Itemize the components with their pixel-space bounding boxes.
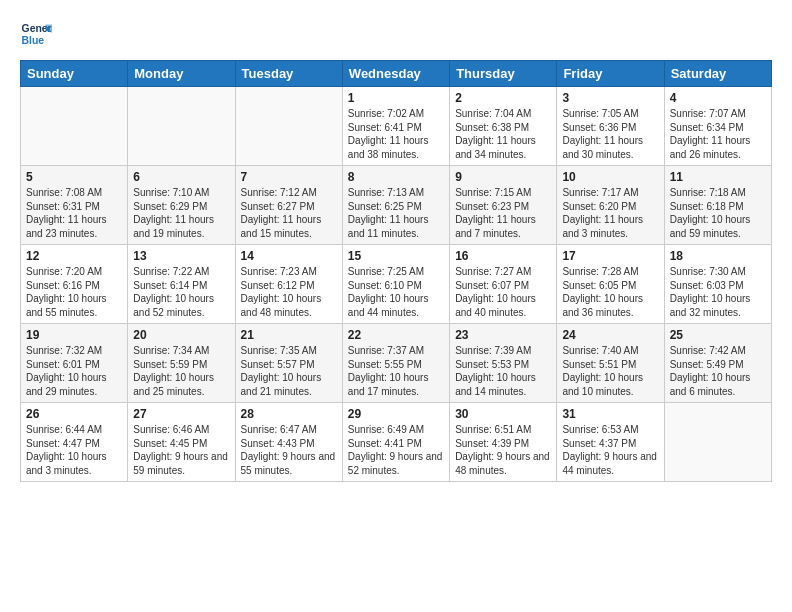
- day-number: 18: [670, 249, 766, 263]
- cal-cell: [21, 87, 128, 166]
- day-number: 16: [455, 249, 551, 263]
- weekday-saturday: Saturday: [664, 61, 771, 87]
- day-number: 28: [241, 407, 337, 421]
- day-number: 29: [348, 407, 444, 421]
- cell-details: Sunrise: 7:27 AMSunset: 6:07 PMDaylight:…: [455, 265, 551, 319]
- cal-cell: 23Sunrise: 7:39 AMSunset: 5:53 PMDayligh…: [450, 324, 557, 403]
- cal-cell: 14Sunrise: 7:23 AMSunset: 6:12 PMDayligh…: [235, 245, 342, 324]
- cell-details: Sunrise: 7:25 AMSunset: 6:10 PMDaylight:…: [348, 265, 444, 319]
- week-row-2: 5Sunrise: 7:08 AMSunset: 6:31 PMDaylight…: [21, 166, 772, 245]
- cell-details: Sunrise: 7:22 AMSunset: 6:14 PMDaylight:…: [133, 265, 229, 319]
- cell-details: Sunrise: 6:51 AMSunset: 4:39 PMDaylight:…: [455, 423, 551, 477]
- day-number: 14: [241, 249, 337, 263]
- week-row-1: 1Sunrise: 7:02 AMSunset: 6:41 PMDaylight…: [21, 87, 772, 166]
- day-number: 4: [670, 91, 766, 105]
- cell-details: Sunrise: 7:08 AMSunset: 6:31 PMDaylight:…: [26, 186, 122, 240]
- day-number: 3: [562, 91, 658, 105]
- cell-details: Sunrise: 7:34 AMSunset: 5:59 PMDaylight:…: [133, 344, 229, 398]
- cell-details: Sunrise: 7:07 AMSunset: 6:34 PMDaylight:…: [670, 107, 766, 161]
- day-number: 5: [26, 170, 122, 184]
- cell-details: Sunrise: 6:46 AMSunset: 4:45 PMDaylight:…: [133, 423, 229, 477]
- cell-details: Sunrise: 6:49 AMSunset: 4:41 PMDaylight:…: [348, 423, 444, 477]
- week-row-4: 19Sunrise: 7:32 AMSunset: 6:01 PMDayligh…: [21, 324, 772, 403]
- cell-details: Sunrise: 7:40 AMSunset: 5:51 PMDaylight:…: [562, 344, 658, 398]
- cell-details: Sunrise: 7:32 AMSunset: 6:01 PMDaylight:…: [26, 344, 122, 398]
- cal-cell: 6Sunrise: 7:10 AMSunset: 6:29 PMDaylight…: [128, 166, 235, 245]
- cal-cell: 11Sunrise: 7:18 AMSunset: 6:18 PMDayligh…: [664, 166, 771, 245]
- logo-icon: General Blue: [20, 18, 52, 50]
- day-number: 2: [455, 91, 551, 105]
- cal-cell: 9Sunrise: 7:15 AMSunset: 6:23 PMDaylight…: [450, 166, 557, 245]
- cal-cell: 28Sunrise: 6:47 AMSunset: 4:43 PMDayligh…: [235, 403, 342, 482]
- cal-cell: [128, 87, 235, 166]
- weekday-wednesday: Wednesday: [342, 61, 449, 87]
- cal-cell: 2Sunrise: 7:04 AMSunset: 6:38 PMDaylight…: [450, 87, 557, 166]
- cal-cell: 4Sunrise: 7:07 AMSunset: 6:34 PMDaylight…: [664, 87, 771, 166]
- cal-cell: 26Sunrise: 6:44 AMSunset: 4:47 PMDayligh…: [21, 403, 128, 482]
- day-number: 17: [562, 249, 658, 263]
- cell-details: Sunrise: 7:30 AMSunset: 6:03 PMDaylight:…: [670, 265, 766, 319]
- cal-cell: 5Sunrise: 7:08 AMSunset: 6:31 PMDaylight…: [21, 166, 128, 245]
- day-number: 22: [348, 328, 444, 342]
- cell-details: Sunrise: 6:47 AMSunset: 4:43 PMDaylight:…: [241, 423, 337, 477]
- cal-cell: 27Sunrise: 6:46 AMSunset: 4:45 PMDayligh…: [128, 403, 235, 482]
- cal-cell: 12Sunrise: 7:20 AMSunset: 6:16 PMDayligh…: [21, 245, 128, 324]
- cell-details: Sunrise: 7:42 AMSunset: 5:49 PMDaylight:…: [670, 344, 766, 398]
- cell-details: Sunrise: 7:10 AMSunset: 6:29 PMDaylight:…: [133, 186, 229, 240]
- day-number: 26: [26, 407, 122, 421]
- day-number: 10: [562, 170, 658, 184]
- week-row-3: 12Sunrise: 7:20 AMSunset: 6:16 PMDayligh…: [21, 245, 772, 324]
- svg-text:Blue: Blue: [22, 35, 45, 46]
- cal-cell: 10Sunrise: 7:17 AMSunset: 6:20 PMDayligh…: [557, 166, 664, 245]
- cell-details: Sunrise: 7:12 AMSunset: 6:27 PMDaylight:…: [241, 186, 337, 240]
- cell-details: Sunrise: 7:15 AMSunset: 6:23 PMDaylight:…: [455, 186, 551, 240]
- cell-details: Sunrise: 7:23 AMSunset: 6:12 PMDaylight:…: [241, 265, 337, 319]
- cell-details: Sunrise: 7:28 AMSunset: 6:05 PMDaylight:…: [562, 265, 658, 319]
- cell-details: Sunrise: 7:39 AMSunset: 5:53 PMDaylight:…: [455, 344, 551, 398]
- day-number: 1: [348, 91, 444, 105]
- weekday-tuesday: Tuesday: [235, 61, 342, 87]
- cell-details: Sunrise: 7:20 AMSunset: 6:16 PMDaylight:…: [26, 265, 122, 319]
- cal-cell: 20Sunrise: 7:34 AMSunset: 5:59 PMDayligh…: [128, 324, 235, 403]
- day-number: 12: [26, 249, 122, 263]
- day-number: 13: [133, 249, 229, 263]
- cell-details: Sunrise: 7:04 AMSunset: 6:38 PMDaylight:…: [455, 107, 551, 161]
- day-number: 21: [241, 328, 337, 342]
- day-number: 9: [455, 170, 551, 184]
- day-number: 15: [348, 249, 444, 263]
- cal-cell: 7Sunrise: 7:12 AMSunset: 6:27 PMDaylight…: [235, 166, 342, 245]
- cal-cell: [235, 87, 342, 166]
- cal-cell: 22Sunrise: 7:37 AMSunset: 5:55 PMDayligh…: [342, 324, 449, 403]
- weekday-header-row: SundayMondayTuesdayWednesdayThursdayFrid…: [21, 61, 772, 87]
- weekday-thursday: Thursday: [450, 61, 557, 87]
- day-number: 6: [133, 170, 229, 184]
- day-number: 25: [670, 328, 766, 342]
- day-number: 11: [670, 170, 766, 184]
- cal-cell: 18Sunrise: 7:30 AMSunset: 6:03 PMDayligh…: [664, 245, 771, 324]
- cal-cell: 16Sunrise: 7:27 AMSunset: 6:07 PMDayligh…: [450, 245, 557, 324]
- day-number: 8: [348, 170, 444, 184]
- page: General Blue SundayMondayTuesdayWednesda…: [0, 0, 792, 500]
- day-number: 31: [562, 407, 658, 421]
- calendar-table: SundayMondayTuesdayWednesdayThursdayFrid…: [20, 60, 772, 482]
- weekday-sunday: Sunday: [21, 61, 128, 87]
- cell-details: Sunrise: 7:13 AMSunset: 6:25 PMDaylight:…: [348, 186, 444, 240]
- day-number: 27: [133, 407, 229, 421]
- cal-cell: 8Sunrise: 7:13 AMSunset: 6:25 PMDaylight…: [342, 166, 449, 245]
- day-number: 24: [562, 328, 658, 342]
- cal-cell: 31Sunrise: 6:53 AMSunset: 4:37 PMDayligh…: [557, 403, 664, 482]
- cal-cell: 13Sunrise: 7:22 AMSunset: 6:14 PMDayligh…: [128, 245, 235, 324]
- day-number: 23: [455, 328, 551, 342]
- cal-cell: 25Sunrise: 7:42 AMSunset: 5:49 PMDayligh…: [664, 324, 771, 403]
- weekday-monday: Monday: [128, 61, 235, 87]
- week-row-5: 26Sunrise: 6:44 AMSunset: 4:47 PMDayligh…: [21, 403, 772, 482]
- cell-details: Sunrise: 6:53 AMSunset: 4:37 PMDaylight:…: [562, 423, 658, 477]
- day-number: 19: [26, 328, 122, 342]
- header: General Blue: [20, 18, 772, 50]
- cal-cell: 29Sunrise: 6:49 AMSunset: 4:41 PMDayligh…: [342, 403, 449, 482]
- cal-cell: 30Sunrise: 6:51 AMSunset: 4:39 PMDayligh…: [450, 403, 557, 482]
- cal-cell: 24Sunrise: 7:40 AMSunset: 5:51 PMDayligh…: [557, 324, 664, 403]
- cell-details: Sunrise: 7:02 AMSunset: 6:41 PMDaylight:…: [348, 107, 444, 161]
- cal-cell: 21Sunrise: 7:35 AMSunset: 5:57 PMDayligh…: [235, 324, 342, 403]
- cell-details: Sunrise: 7:05 AMSunset: 6:36 PMDaylight:…: [562, 107, 658, 161]
